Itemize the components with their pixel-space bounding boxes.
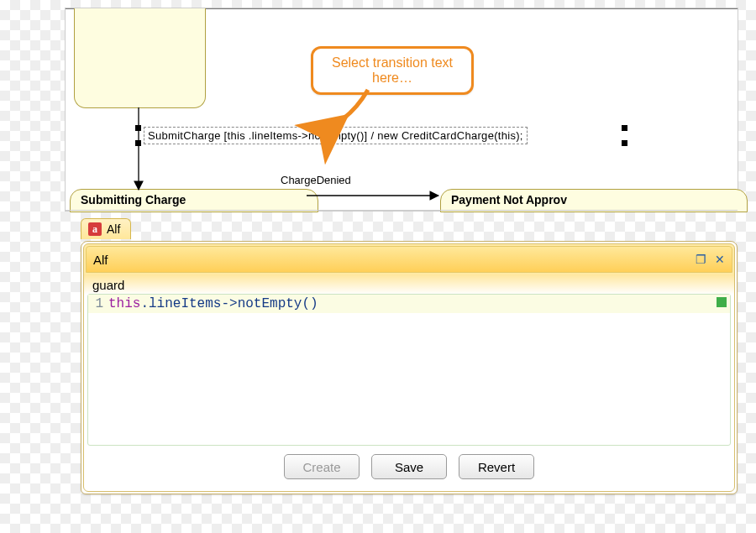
editor-titlebar: Alf ❐ ✕ [86, 246, 732, 273]
code-body: .lineItems->notEmpty() [140, 296, 318, 311]
close-icon[interactable]: ✕ [715, 253, 725, 266]
alf-editor-panel: Alf ❐ ✕ guard 1 this.lineItems->notEmpty… [81, 241, 738, 494]
state-source-fragment[interactable] [74, 8, 206, 108]
transition-label[interactable]: SubmitCharge [this .lineItems->notEmpty(… [144, 128, 527, 144]
tab-alf[interactable]: a Alf [81, 218, 131, 239]
line-number: 1 [88, 296, 103, 311]
code-keyword: this [108, 296, 140, 311]
editor-tab-strip: a Alf [81, 218, 131, 239]
editor-title: Alf [93, 253, 108, 267]
transition-chargedenied-label[interactable]: ChargeDenied [281, 174, 351, 186]
selection-handle[interactable] [622, 140, 627, 146]
selection-handle[interactable] [135, 140, 141, 146]
state-label: Submitting Charge [81, 193, 186, 206]
code-line-1[interactable]: 1 this.lineItems->notEmpty() [88, 295, 730, 313]
selection-handle[interactable] [135, 125, 141, 131]
restore-icon[interactable]: ❐ [696, 253, 706, 266]
revert-button[interactable]: Revert [459, 454, 534, 479]
alf-icon: a [88, 222, 102, 236]
state-row-separator [66, 209, 738, 211]
callout-select-transition: Select transition text here… [311, 46, 474, 95]
code-status-marker [717, 297, 727, 307]
editor-section-label: guard [87, 276, 731, 292]
selection-handle[interactable] [622, 125, 627, 131]
code-editor[interactable]: 1 this.lineItems->notEmpty() [87, 294, 731, 446]
editor-button-row: Create Save Revert [87, 447, 731, 488]
create-button[interactable]: Create [284, 454, 360, 479]
tab-label: Alf [107, 222, 120, 236]
state-label: Payment Not Approv [451, 193, 567, 206]
save-button[interactable]: Save [371, 454, 447, 479]
